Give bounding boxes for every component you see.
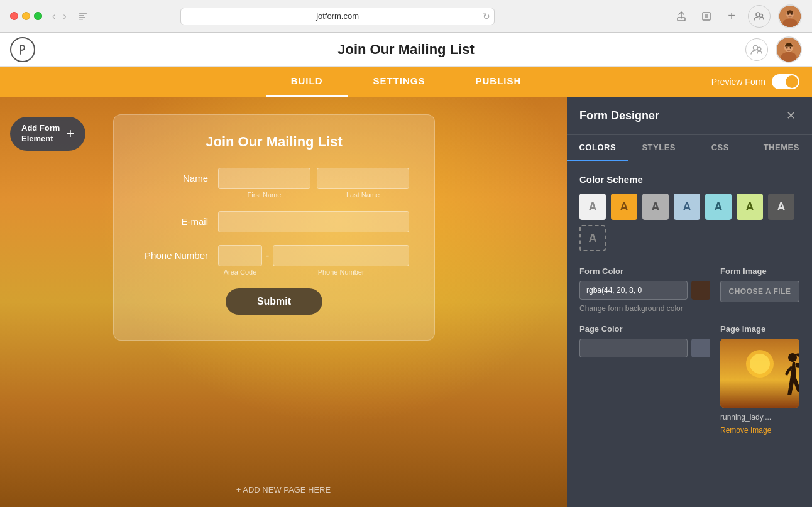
traffic-lights <box>10 12 42 20</box>
form-color-input-row <box>579 281 710 300</box>
form-color-input[interactable] <box>579 281 688 300</box>
phone-number-sublabel: Phone Number <box>273 268 409 276</box>
browser-chrome: ‹ › jotform.com ↻ + <box>0 0 812 33</box>
submit-button[interactable]: Submit <box>226 288 322 315</box>
form-image-section: Form Image CHOOSE A FILE <box>720 266 799 314</box>
tab-settings[interactable]: SETTINGS <box>348 67 450 97</box>
color-swatch-5[interactable]: A <box>705 194 732 220</box>
tab-css[interactable]: CSS <box>689 135 751 161</box>
last-name-group: Last Name <box>317 168 409 199</box>
form-card-title: Join Our Mailing List <box>139 134 409 150</box>
page-image-filename: running_lady.... <box>720 413 799 422</box>
color-swatch-custom[interactable]: A <box>579 225 606 251</box>
svg-point-21 <box>789 46 791 48</box>
preview-label: Preview Form <box>711 77 765 87</box>
close-x-icon: ✕ <box>786 109 796 123</box>
name-field: Name First Name Last Name <box>139 168 409 199</box>
add-plus-icon: + <box>66 126 74 142</box>
logo-circle <box>10 37 35 62</box>
color-swatch-7[interactable]: A <box>768 194 794 220</box>
panel-close-button[interactable]: ✕ <box>782 107 799 124</box>
refresh-button[interactable]: ↻ <box>483 11 490 21</box>
forward-button[interactable]: › <box>60 9 69 23</box>
panel-tabs: COLORS STYLES CSS THEMES <box>567 135 812 161</box>
email-group <box>218 211 409 232</box>
svg-rect-4 <box>678 18 685 21</box>
nav-arrows: ‹ › <box>50 9 69 23</box>
page-color-swatch[interactable] <box>691 339 710 357</box>
url-text: jotform.com <box>316 11 359 21</box>
reader-icon[interactable] <box>74 8 92 25</box>
svg-rect-0 <box>79 13 87 14</box>
form-color-hint: Change form background color <box>579 303 710 314</box>
color-swatch-1[interactable]: A <box>579 194 606 220</box>
first-name-input[interactable] <box>218 168 310 189</box>
svg-rect-3 <box>79 19 83 20</box>
page-color-section: Page Color <box>579 324 710 357</box>
page-color-image-row: Page Color Page Image <box>579 324 799 435</box>
tab-themes[interactable]: THEMES <box>751 135 813 161</box>
preview-toggle-switch[interactable] <box>772 74 799 89</box>
color-swatch-3[interactable]: A <box>642 194 669 220</box>
email-field: E-mail <box>139 211 409 232</box>
toggle-knob <box>786 75 798 88</box>
svg-point-19 <box>781 52 796 62</box>
svg-point-15 <box>754 45 758 50</box>
new-tab-button[interactable]: + <box>723 8 740 25</box>
minimize-window-button[interactable] <box>22 12 30 20</box>
add-element-label-line1: Add Form <box>21 123 60 134</box>
resize-button[interactable] <box>698 8 715 25</box>
form-card: Join Our Mailing List Name First Name La… <box>113 114 435 341</box>
page-color-input[interactable] <box>579 339 688 357</box>
tab-publish[interactable]: PUBLISH <box>451 67 547 97</box>
tab-colors[interactable]: COLORS <box>567 135 628 161</box>
form-color-swatch[interactable] <box>691 281 710 300</box>
svg-point-16 <box>757 47 761 51</box>
page-image-section: Page Image <box>720 324 799 435</box>
phone-number-input[interactable] <box>273 245 409 266</box>
phone-label: Phone Number <box>139 245 208 261</box>
phone-number-group: Phone Number <box>273 245 409 276</box>
svg-point-13 <box>787 13 789 15</box>
tab-build[interactable]: BUILD <box>266 67 348 97</box>
add-element-button[interactable]: Add Form Element + <box>10 117 85 151</box>
color-scheme-title: Color Scheme <box>579 174 799 185</box>
user-avatar[interactable] <box>778 4 802 28</box>
email-inputs <box>218 211 409 232</box>
area-code-group: Area Code <box>218 245 262 276</box>
choose-file-button[interactable]: CHOOSE A FILE <box>720 281 799 302</box>
phone-field: Phone Number Area Code - Phone Number <box>139 245 409 276</box>
svg-rect-1 <box>79 15 84 16</box>
last-name-input[interactable] <box>317 168 409 189</box>
svg-point-20 <box>786 46 788 48</box>
email-input[interactable] <box>218 211 409 232</box>
share-button[interactable] <box>672 8 690 25</box>
color-swatch-2[interactable]: A <box>611 194 637 220</box>
add-page-link[interactable]: + ADD NEW PAGE HERE <box>236 485 331 494</box>
header-group-icon[interactable] <box>745 38 768 61</box>
area-code-input[interactable] <box>218 245 262 266</box>
designer-panel: Form Designer ✕ COLORS STYLES CSS THEMES… <box>567 97 812 507</box>
app-header-right <box>745 36 802 63</box>
nav-tabs: BUILD SETTINGS PUBLISH <box>0 67 812 97</box>
app-logo <box>10 37 35 62</box>
fullscreen-window-button[interactable] <box>34 12 42 20</box>
form-color-label: Form Color <box>579 266 710 276</box>
header-avatar[interactable] <box>776 36 802 63</box>
page-color-input-row <box>579 339 710 357</box>
svg-point-14 <box>791 13 793 15</box>
nav-bar: BUILD SETTINGS PUBLISH Preview Form <box>0 67 812 97</box>
remove-image-link[interactable]: Remove Image <box>720 426 771 435</box>
svg-rect-6 <box>705 14 708 18</box>
tab-styles[interactable]: STYLES <box>628 135 690 161</box>
svg-point-24 <box>750 354 770 374</box>
page-image-thumbnail <box>720 339 799 408</box>
form-canvas: Add Form Element + Join Our Mailing List… <box>0 97 567 507</box>
color-swatch-4[interactable]: A <box>674 194 700 220</box>
color-swatch-6[interactable]: A <box>737 194 763 220</box>
svg-point-11 <box>782 18 797 28</box>
address-bar[interactable]: jotform.com ↻ <box>180 8 495 25</box>
close-window-button[interactable] <box>10 12 18 20</box>
preview-toggle: Preview Form <box>711 74 799 89</box>
back-button[interactable]: ‹ <box>50 9 58 23</box>
